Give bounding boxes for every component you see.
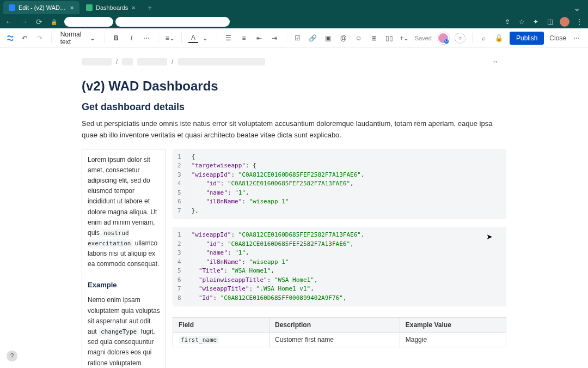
paragraph[interactable]: Sed ut perspiciatis unde omnis iste natu…: [82, 118, 506, 141]
inline-code: changeType: [99, 328, 139, 336]
tab-favicon: [86, 4, 93, 11]
table-cell[interactable]: Maggie: [400, 333, 506, 347]
table-cell[interactable]: Customer first name: [269, 333, 400, 347]
add-collaborator-button[interactable]: +: [455, 33, 465, 44]
table-header[interactable]: Description: [269, 318, 400, 333]
two-column-layout: Lorem ipsum dolor sit amet, consectetur …: [82, 149, 506, 368]
chevron-down-icon[interactable]: ⌄: [200, 33, 210, 43]
table-header[interactable]: Field: [173, 318, 270, 333]
breadcrumb-item[interactable]: [137, 58, 167, 65]
text-style-label: Normal text: [60, 31, 88, 46]
task-icon[interactable]: ☑: [293, 33, 303, 43]
breadcrumb: / / ↔: [82, 55, 506, 69]
more-format-icon[interactable]: ⋯: [142, 33, 151, 43]
breadcrumb-sep: /: [171, 58, 173, 65]
left-column[interactable]: Lorem ipsum dolor sit amet, consectetur …: [82, 149, 166, 368]
tab-2[interactable]: Dashboards ✕: [81, 1, 141, 14]
code-content[interactable]: { "targetwiseapp": { "wiseappId": "C0A81…: [186, 149, 370, 219]
url-segment[interactable]: [115, 17, 230, 27]
redo-icon[interactable]: ↷: [35, 33, 45, 43]
image-icon[interactable]: ▣: [323, 33, 333, 43]
close-icon[interactable]: ✕: [70, 5, 74, 11]
close-button[interactable]: Close: [549, 34, 566, 42]
breadcrumb-item[interactable]: [122, 58, 133, 65]
profile-avatar[interactable]: [560, 17, 569, 27]
tab-strip: Edit - (v2) WAD Dashboards - ✕ Dashboard…: [0, 0, 588, 15]
paragraph[interactable]: Lorem ipsum dolor sit amet, consectetur …: [88, 155, 160, 270]
layout-icon[interactable]: ▯▯: [384, 33, 394, 43]
publish-button[interactable]: Publish: [510, 32, 544, 45]
search-icon[interactable]: ⌕: [479, 33, 489, 43]
table-cell[interactable]: first_name: [173, 333, 270, 347]
insert-more-icon[interactable]: +⌄: [400, 33, 409, 43]
code-block-2[interactable]: 12345678 "wiseappId": "C0A812CE0160D685F…: [173, 227, 506, 306]
response-table[interactable]: Field Description Example Value first_na…: [173, 317, 506, 347]
line-gutter: 1234567: [173, 149, 186, 219]
address-bar: ← → ⟳ 🔒 ⇪ ☆ ✦ ◫ ⋮: [0, 15, 588, 28]
reload-icon[interactable]: ⟳: [35, 17, 44, 26]
more-actions-icon[interactable]: ⋯: [572, 33, 581, 43]
page-width-toggle[interactable]: ↔: [492, 58, 499, 65]
restrictions-icon[interactable]: 🔓: [494, 33, 504, 43]
extensions-icon[interactable]: ✦: [531, 17, 540, 26]
mention-icon[interactable]: @: [339, 33, 348, 43]
table-icon[interactable]: ⊞: [369, 33, 379, 43]
tab-1[interactable]: Edit - (v2) WAD Dashboards - ✕: [3, 1, 79, 14]
breadcrumb-sep: /: [116, 58, 118, 65]
paragraph[interactable]: Nemo enim ipsam voluptatem quia voluptas…: [88, 295, 160, 368]
avatar-badge: M: [444, 39, 449, 44]
code-block-1[interactable]: 1234567 { "targetwiseapp": { "wiseappId"…: [173, 149, 506, 220]
text-style-dropdown[interactable]: Normal text ⌄: [58, 29, 98, 47]
new-tab-button[interactable]: +: [144, 2, 155, 13]
section-heading[interactable]: Get dashboard details: [82, 101, 506, 113]
bold-icon[interactable]: B: [111, 33, 121, 43]
help-button[interactable]: ?: [7, 351, 17, 361]
breadcrumb-item[interactable]: [82, 58, 112, 65]
align-icon[interactable]: ≡⌄: [165, 33, 175, 43]
menu-icon[interactable]: ⋮: [575, 17, 584, 26]
back-icon[interactable]: ←: [4, 17, 13, 26]
editor-toolbar: ↶ ↷ Normal text ⌄ B I ⋯ ≡⌄ A ⌄ ☰ ≡ ⇤ ⇥ ☑…: [0, 28, 588, 48]
browser-chrome: Edit - (v2) WAD Dashboards - ✕ Dashboard…: [0, 0, 588, 28]
undo-icon[interactable]: ↶: [20, 33, 29, 43]
url-segment[interactable]: [64, 17, 113, 27]
link-icon[interactable]: 🔗: [308, 33, 318, 43]
user-avatar[interactable]: M: [437, 32, 449, 44]
number-list-icon[interactable]: ≡: [239, 33, 249, 43]
editor-content[interactable]: / / ↔ (v2) WAD Dashboards Get dashboard …: [0, 48, 588, 368]
lock-icon[interactable]: 🔒: [50, 18, 58, 26]
window-dropdown[interactable]: ⌄: [569, 3, 585, 13]
breadcrumb-item[interactable]: [178, 58, 265, 65]
side-panel-icon[interactable]: ◫: [546, 17, 554, 26]
text-color-icon[interactable]: A: [188, 33, 198, 43]
table-header[interactable]: Example Value: [400, 318, 506, 333]
browser-action-icons: ⇪ ☆ ✦ ◫ ⋮: [503, 17, 584, 27]
forward-icon[interactable]: →: [20, 17, 28, 26]
sub-heading[interactable]: Example: [88, 280, 160, 291]
indent-icon[interactable]: ⇥: [270, 33, 279, 43]
page-title[interactable]: (v2) WAD Dashboards: [82, 79, 506, 94]
share-icon[interactable]: ⇪: [503, 17, 512, 26]
close-icon[interactable]: ✕: [131, 5, 136, 11]
chevron-down-icon: ⌄: [90, 34, 95, 42]
emoji-icon[interactable]: ☺: [354, 33, 364, 43]
confluence-logo-icon[interactable]: [7, 34, 14, 43]
tab-title: Edit - (v2) WAD Dashboards -: [19, 4, 66, 11]
italic-icon[interactable]: I: [126, 33, 136, 43]
line-gutter: 12345678: [173, 227, 186, 306]
table-row[interactable]: first_name Customer first name Maggie: [173, 333, 506, 347]
right-column: 1234567 { "targetwiseapp": { "wiseappId"…: [173, 149, 506, 368]
code-content[interactable]: "wiseappId": "C0A812CE0160D685FEF2582F7A…: [186, 227, 370, 306]
tab-title: Dashboards: [96, 4, 128, 11]
bookmark-icon[interactable]: ☆: [517, 17, 526, 26]
bullet-list-icon[interactable]: ☰: [224, 33, 234, 43]
saved-status: Saved: [415, 35, 432, 41]
tab-favicon: [9, 4, 15, 11]
outdent-icon[interactable]: ⇤: [254, 33, 264, 43]
